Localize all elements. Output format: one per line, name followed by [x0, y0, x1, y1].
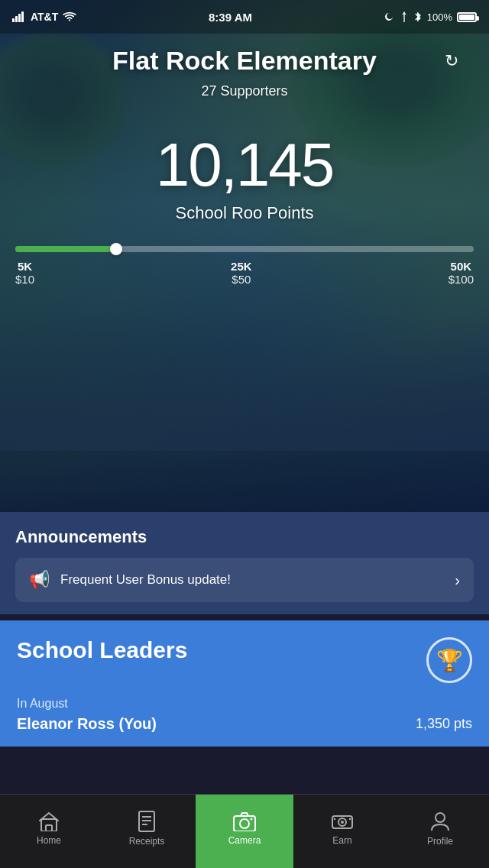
leaders-header: School Leaders 🏆 — [17, 637, 472, 683]
location-icon — [400, 11, 409, 22]
milestone-2-money: $50 — [232, 273, 251, 286]
nav-earn[interactable]: Earn — [293, 795, 391, 868]
announcement-left: 📢 Frequent User Bonus update! — [29, 570, 231, 590]
svg-rect-5 — [46, 825, 52, 831]
hero-section: Flat Rock Elementary ↻ 27 Supporters 10,… — [0, 0, 489, 512]
status-time: 8:39 AM — [209, 11, 252, 24]
milestone-1-pts: 5K — [18, 260, 32, 273]
svg-rect-2 — [18, 14, 21, 22]
points-label: School Roo Points — [176, 203, 314, 223]
announcements-section: Announcements 📢 Frequent User Bonus upda… — [0, 512, 489, 614]
progress-thumb — [110, 243, 122, 255]
battery-icon — [457, 12, 477, 22]
hero-title-row: Flat Rock Elementary ↻ — [0, 46, 489, 76]
milestone-2-pts: 25K — [231, 260, 252, 273]
status-left: AT&T — [12, 11, 76, 23]
wifi-icon — [63, 11, 76, 22]
milestone-1-money: $10 — [15, 273, 34, 286]
nav-profile[interactable]: Profile — [391, 795, 489, 868]
svg-point-11 — [240, 819, 249, 828]
receipts-icon — [137, 811, 157, 832]
nav-home[interactable]: Home — [0, 795, 98, 868]
nav-camera[interactable]: Camera — [196, 795, 293, 868]
progress-labels: 5K $10 25K $50 50K $100 — [15, 260, 474, 286]
milestone-3-pts: 50K — [451, 260, 472, 273]
points-value: 10,145 — [156, 130, 334, 200]
leaders-top-pts: 1,350 pts — [416, 716, 472, 732]
nav-earn-label: Earn — [332, 835, 351, 846]
nav-receipts-label: Receipts — [129, 836, 165, 847]
profile-icon — [430, 811, 450, 832]
progress-section: 5K $10 25K $50 50K $100 — [0, 246, 489, 286]
earn-icon — [332, 811, 353, 831]
progress-track — [15, 246, 474, 252]
home-icon — [38, 811, 60, 831]
svg-point-15 — [341, 821, 344, 824]
trophy-icon: 🏆 — [426, 637, 472, 683]
battery-pct: 100% — [427, 11, 452, 23]
leaders-period: In August — [17, 697, 472, 711]
camera-icon — [233, 811, 256, 831]
megaphone-icon: 📢 — [29, 570, 50, 590]
chevron-right-icon: › — [455, 572, 460, 589]
milestone-3-money: $100 — [449, 273, 474, 286]
milestone-2: 25K $50 — [231, 260, 252, 286]
bluetooth-icon — [413, 11, 423, 22]
carrier-label: AT&T — [31, 11, 58, 23]
svg-point-12 — [251, 818, 253, 820]
refresh-button[interactable]: ↻ — [445, 51, 458, 71]
nav-camera-label: Camera — [228, 835, 261, 846]
signal-icon — [12, 11, 26, 22]
announcement-text: Frequent User Bonus update! — [60, 572, 231, 588]
bottom-nav: Home Receipts Camera Earn — [0, 794, 489, 868]
nav-receipts[interactable]: Receipts — [98, 795, 196, 868]
milestone-1: 5K $10 — [15, 260, 34, 286]
progress-fill — [15, 246, 116, 252]
status-right: 100% — [384, 11, 477, 23]
moon-icon — [384, 11, 395, 22]
supporters-count: 27 Supporters — [201, 83, 287, 99]
announcements-title: Announcements — [15, 527, 474, 547]
school-leaders-section: School Leaders 🏆 In August Eleanor Ross … — [0, 620, 489, 747]
school-title: Flat Rock Elementary — [112, 46, 377, 76]
svg-rect-0 — [12, 18, 15, 22]
nav-profile-label: Profile — [427, 836, 453, 847]
svg-point-18 — [436, 813, 445, 822]
leaders-title: School Leaders — [17, 637, 187, 663]
status-bar: AT&T 8:39 AM 100% — [0, 0, 489, 34]
svg-rect-1 — [15, 16, 18, 22]
svg-rect-3 — [21, 11, 24, 22]
milestone-3: 50K $100 — [449, 260, 474, 286]
nav-home-label: Home — [37, 835, 61, 846]
announcement-item[interactable]: 📢 Frequent User Bonus update! › — [15, 558, 474, 602]
hero-content: Flat Rock Elementary ↻ 27 Supporters 10,… — [0, 0, 489, 512]
leaders-top-row: Eleanor Ross (You) 1,350 pts — [17, 715, 472, 733]
leaders-top-name: Eleanor Ross (You) — [17, 715, 157, 733]
